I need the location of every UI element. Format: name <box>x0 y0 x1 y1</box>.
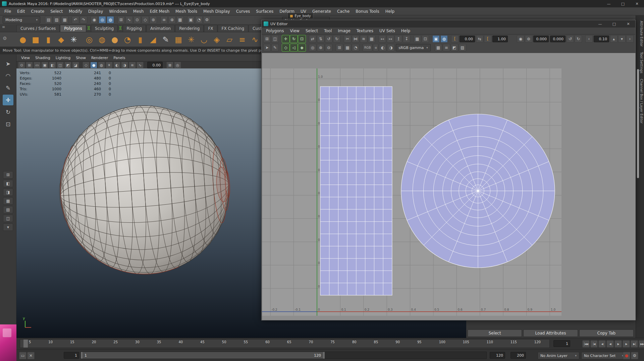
uv-menu-polygons[interactable]: Polygons <box>263 28 287 34</box>
redo-icon[interactable]: ↷ <box>80 16 87 23</box>
gate-mask-icon[interactable]: ◧ <box>49 62 56 68</box>
undo-icon[interactable]: ↶ <box>72 16 79 23</box>
ipr-render-icon[interactable]: ◔ <box>195 16 203 23</box>
step-forward-frame-icon[interactable]: ▶| <box>631 340 638 348</box>
u-value-field[interactable]: 0.00 <box>460 36 475 42</box>
reload-image-icon[interactable]: ↺ <box>567 35 574 43</box>
texture-borders-icon[interactable]: ▨ <box>459 44 466 51</box>
shelf-tab-polygons[interactable]: Polygons <box>60 25 86 32</box>
panel-menu-show[interactable]: Show <box>73 55 89 61</box>
camera-select-icon[interactable]: ⊙ <box>18 62 25 68</box>
isolate-add-icon[interactable]: ⊕ <box>317 44 324 51</box>
poly-torus-icon[interactable]: ◎ <box>83 34 95 46</box>
uv-minimize-button[interactable]: — <box>593 20 607 27</box>
xray-icon[interactable]: ⊠ <box>166 62 173 68</box>
tile-view-icon[interactable]: ▩ <box>435 44 442 51</box>
poly-wedge-icon[interactable]: ◢ <box>147 34 159 46</box>
step-forward-key-icon[interactable]: ▶ <box>623 340 630 348</box>
layout-persp-outliner-icon[interactable]: ◨ <box>3 189 13 196</box>
poly-star-icon[interactable]: ✳ <box>68 34 80 46</box>
menu-edit[interactable]: Edit <box>14 8 28 15</box>
uv-grid-tool-icon[interactable]: ⊞ <box>263 35 271 43</box>
lens-a-icon[interactable]: ◉ <box>517 35 524 43</box>
playback-end-field[interactable]: 120 <box>490 352 505 359</box>
layout-uv-persp-icon[interactable]: ▤ <box>3 206 13 213</box>
cut-uv-icon[interactable]: ✂ <box>344 35 351 43</box>
layout-more-icon[interactable]: ▾ <box>3 223 13 231</box>
panel-menu-view[interactable]: View <box>18 55 33 61</box>
menu-select[interactable]: Select <box>47 8 66 15</box>
resolution-gate-icon[interactable]: ▣ <box>41 62 48 68</box>
select-object-icon[interactable]: ◎ <box>99 16 106 23</box>
v-value-field[interactable]: 1.00 <box>492 36 508 42</box>
offset-u-field[interactable]: 0.000 <box>533 36 549 42</box>
isolate-remove-icon[interactable]: ⊖ <box>325 44 332 51</box>
uv-lattice-tool-icon[interactable]: ◫ <box>271 35 279 43</box>
panel-menu-renderer[interactable]: Renderer <box>89 55 111 61</box>
uv-menu-tool[interactable]: Tool <box>321 28 335 34</box>
copy-tab-button[interactable]: Copy Tab <box>579 329 634 337</box>
range-slider-bar[interactable]: 1 120 <box>81 352 325 359</box>
scrollbar[interactable] <box>637 69 639 178</box>
shaded-uv-icon[interactable]: ◩ <box>451 44 458 51</box>
film-gate-icon[interactable]: ▭ <box>34 62 41 68</box>
uv-menu-textures[interactable]: Textures <box>354 28 376 34</box>
pin-v-icon[interactable]: [ <box>484 35 491 43</box>
rgb-channels-icon[interactable]: RGB <box>363 44 372 51</box>
symmetry-icon[interactable]: ▩ <box>176 16 184 23</box>
time-slider-track[interactable]: 5101520253035404550556065707580859095100… <box>20 339 550 348</box>
occlusion-icon[interactable]: ◑ <box>121 62 128 68</box>
load-attributes-button[interactable]: Load Attributes <box>523 329 578 337</box>
shelf-tab-sculpting[interactable]: Sculpting <box>91 25 118 32</box>
select-button[interactable]: Select <box>468 329 522 337</box>
menu-curves[interactable]: Curves <box>233 8 253 15</box>
stacked-icon[interactable]: ≡ <box>443 44 450 51</box>
poly-pencil-icon[interactable]: ✎ <box>160 34 172 46</box>
history-icon[interactable]: ≡ <box>160 16 168 23</box>
shelf-tab-rendering[interactable]: Rendering <box>175 25 204 32</box>
poly-cylinder-icon[interactable]: ▮ <box>42 34 54 46</box>
select-tool-icon[interactable]: ➤ <box>3 58 13 69</box>
select-shell-icon[interactable]: ◈ <box>298 44 306 51</box>
shelf-tab-animation[interactable]: Animation <box>146 25 175 32</box>
poly-plane-icon[interactable]: ▱ <box>223 34 235 46</box>
uv-paint-select-icon[interactable]: ✎ <box>271 44 279 51</box>
step-back-frame-icon[interactable]: |◀ <box>590 340 598 348</box>
unfold-uv-icon[interactable]: ≋ <box>360 35 367 43</box>
safe-action-icon[interactable]: ◩ <box>64 62 71 68</box>
uv-editor-titlebar[interactable]: UV Editor —□✕ <box>262 20 635 28</box>
rotate-tool-icon[interactable]: ↻ <box>3 107 13 117</box>
shaded-icon[interactable]: ● <box>90 62 97 68</box>
sew-uv-icon[interactable]: ⋈ <box>352 35 359 43</box>
render-settings-icon[interactable]: ⚙ <box>203 16 211 23</box>
snap-to-grid-icon[interactable]: ▩ <box>414 35 421 43</box>
exposure-field[interactable]: 0.00 <box>147 62 163 68</box>
anti-alias-icon[interactable]: ≋ <box>129 62 136 68</box>
play-backwards-icon[interactable]: ◀ <box>606 340 614 348</box>
panel-menu-lighting[interactable]: Lighting <box>53 55 73 61</box>
new-scene-icon[interactable]: ▤ <box>45 16 52 23</box>
menu-bonus-tools[interactable]: Bonus Tools <box>353 8 382 15</box>
uv-menu-select[interactable]: Select <box>303 28 321 34</box>
uv-menu-view[interactable]: View <box>287 28 302 34</box>
paint-select-tool-icon[interactable]: ✎ <box>3 83 13 93</box>
menu-file[interactable]: File <box>1 8 14 15</box>
tiles-icon[interactable]: ⊞ <box>336 44 343 51</box>
rotate-uv-tool-icon[interactable]: ↻ <box>290 35 298 43</box>
menu-windows[interactable]: Windows <box>106 8 130 15</box>
layout-single-icon[interactable]: ⊞ <box>3 171 13 178</box>
flip-v-icon[interactable]: ⇅ <box>317 35 324 43</box>
layout-top-persp-icon[interactable]: ▦ <box>3 197 13 205</box>
close-button[interactable]: ✕ <box>630 0 644 7</box>
move-tool-icon[interactable]: ✛ <box>3 95 13 105</box>
auto-keyframe-icon[interactable]: ● <box>623 352 630 359</box>
menu-mesh-display[interactable]: Mesh Display <box>200 8 233 15</box>
uv-menu-help[interactable]: Help <box>398 28 413 34</box>
character-set-dropdown[interactable]: No Character Set ▾ <box>581 352 626 359</box>
menu-mesh[interactable]: Mesh <box>130 8 147 15</box>
align-up-icon[interactable]: ↥ <box>395 35 402 43</box>
fog-icon[interactable]: ∿ <box>137 62 144 68</box>
poly-bowl-icon[interactable]: ◡ <box>198 34 210 46</box>
scale-uv-tool-icon[interactable]: ⊡ <box>298 35 306 43</box>
next-step-icon[interactable]: › <box>626 35 634 43</box>
